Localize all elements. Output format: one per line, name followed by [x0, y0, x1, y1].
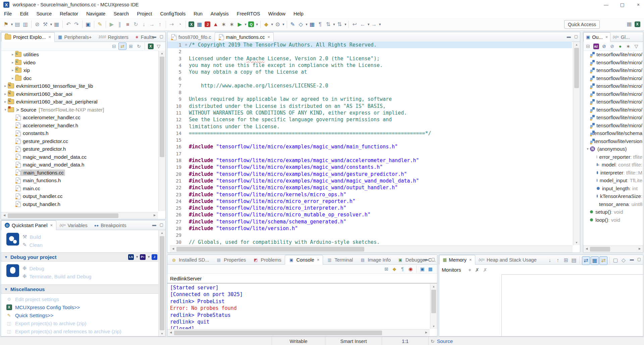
code-line[interactable]: 3Licensed under the Apache License, Vers…	[167, 55, 572, 62]
tab-outline[interactable]: ▣ Ou...×	[583, 32, 610, 42]
maximize-view-icon[interactable]: ▢	[160, 222, 163, 227]
tree-item[interactable]: cgesture_predictor.cc	[1, 137, 158, 145]
tab-quickstart[interactable]: ◎ Quickstart Panel×	[1, 220, 56, 230]
minimize-view-icon[interactable]: ▬	[152, 34, 156, 39]
close-tab-icon[interactable]: ×	[317, 257, 320, 262]
quickstart-link-quick-settings[interactable]: ✎Quick Settings>>	[1, 311, 165, 319]
chevron-right-icon[interactable]: ▸	[3, 92, 8, 96]
code-line[interactable]: 10distributed under the License is distr…	[167, 103, 572, 110]
scroll-lock-icon[interactable]: ◆	[391, 266, 398, 272]
minimize-view-icon[interactable]: ▬	[630, 257, 634, 262]
edit-pencil-icon[interactable]: ✎	[96, 20, 104, 28]
resume-icon[interactable]: ▶	[108, 20, 115, 28]
remove-all-monitors-icon[interactable]: ✗	[483, 267, 487, 273]
editor-vscrollbar[interactable]: ▲ ▼	[573, 42, 580, 245]
outline-item[interactable]: model_input : TfLite	[584, 177, 642, 185]
search-icon[interactable]: ⊙	[274, 20, 281, 28]
peripherals-grid-icon[interactable]: ▦	[196, 20, 203, 28]
code-line[interactable]: 12See the License for the specific langu…	[167, 116, 572, 123]
undo-icon[interactable]: ↶	[65, 20, 72, 28]
tree-item[interactable]: coutput_handler.cc	[1, 192, 158, 200]
minimize-view-icon[interactable]: ▬	[424, 257, 428, 262]
code-line[interactable]: 5You may obtain a copy of the License at	[167, 69, 572, 75]
profile-icon[interactable]: ◔	[176, 20, 183, 28]
chevron-right-icon[interactable]: ▸	[3, 99, 8, 104]
sort-updown-2-dropdown-icon[interactable]: ▼	[344, 23, 347, 26]
code-line[interactable]: 28#include "tensorflow/lite/version.h"	[167, 225, 572, 232]
tab-peripherals[interactable]: ▦ Peripherals+	[55, 32, 95, 42]
save-icon[interactable]: ▤	[14, 20, 21, 28]
code-line[interactable]: 15	[167, 137, 572, 143]
chevron-down-icon[interactable]: ▾	[3, 108, 8, 112]
refresh-source-icon[interactable]: ↻	[431, 339, 435, 344]
tree-item[interactable]: houtput_handler.h	[1, 200, 158, 208]
linkserver-dropdown-icon[interactable]: ▼	[136, 255, 139, 259]
gui-flash-icon[interactable]: ✎	[289, 20, 297, 28]
hide-fields-icon[interactable]: ⊘	[600, 43, 608, 50]
code-line[interactable]: 4you may not use this file except in com…	[167, 62, 572, 69]
menu-navigate[interactable]: Navigate	[82, 11, 109, 16]
project-tree-hscrollbar[interactable]: ◀ ▶	[1, 212, 158, 219]
open-type-icon[interactable]: ◇	[297, 20, 305, 28]
save-all-icon[interactable]: ▥	[22, 20, 29, 28]
tree-item[interactable]: hmagic_wand_model_data.h	[1, 161, 158, 169]
view-menu-icon[interactable]: ▽	[155, 43, 162, 50]
outline-item[interactable]: input_length : int	[584, 185, 642, 193]
tab-global-variables[interactable]: (x)= Gl...	[610, 32, 632, 42]
open-type-dropdown-icon[interactable]: ▼	[305, 23, 308, 26]
tab-properties[interactable]: ▤Properties	[212, 255, 249, 264]
close-tab-icon[interactable]: ×	[50, 223, 53, 228]
menu-refactor[interactable]: Refactor	[56, 11, 82, 16]
code-line[interactable]: 24#include "tensorflow/lite/micro/micro_…	[167, 198, 572, 205]
tree-item[interactable]: hconstants.h	[1, 129, 158, 137]
redo-icon[interactable]: ↷	[73, 20, 80, 28]
code-line[interactable]: 23#include "tensorflow/lite/micro/kernel…	[167, 191, 572, 198]
collapse-all-icon[interactable]: ⊟	[584, 43, 592, 50]
sort-az-icon[interactable]: az	[592, 43, 600, 50]
link-renderings-icon[interactable]: ⇄	[582, 256, 590, 265]
close-window-button[interactable]: ×	[635, 2, 642, 7]
outline-item[interactable]: interpreter : tflite::M	[584, 169, 642, 177]
code-line[interactable]: 14======================================…	[167, 130, 572, 137]
menu-help[interactable]: Help	[289, 11, 308, 16]
code-line[interactable]: 9Unless required by applicable law or ag…	[167, 96, 572, 102]
clear-expressions-icon[interactable]: ◇	[620, 256, 627, 264]
chevron-right-icon[interactable]: ▸	[3, 84, 8, 88]
debug-config-icon[interactable]: ∗	[220, 20, 227, 28]
chevron-right-icon[interactable]: ▸	[10, 60, 15, 65]
tree-item[interactable]: ▸xip	[1, 66, 158, 74]
outline-item[interactable]: tensorflow/lite/micro/	[584, 122, 642, 130]
quick-run-dropdown-icon[interactable]: ▼	[256, 23, 259, 26]
code-line[interactable]: 8	[167, 89, 572, 96]
remove-monitor-icon[interactable]: ✗	[475, 267, 479, 273]
section-collapse-icon[interactable]: ▼	[4, 255, 8, 259]
show-public-icon[interactable]: ●	[616, 43, 624, 50]
tab-project-explorer[interactable]: Project Explo...×	[1, 32, 55, 42]
menu-run[interactable]: Run	[190, 11, 207, 16]
view-menu-icon[interactable]: ▽	[633, 43, 640, 50]
run-icon[interactable]: ▶	[236, 20, 244, 28]
menu-window[interactable]: Window	[264, 11, 289, 16]
quickstart-vscrollbar[interactable]: ▲ ▼	[158, 230, 165, 336]
sort-updown-icon[interactable]: ⇅	[324, 20, 332, 28]
grid-view-icon[interactable]: ▦	[308, 20, 316, 28]
outline-item[interactable]: tensorflow/lite/micro/	[584, 66, 642, 74]
build-icon[interactable]: ⚒	[42, 20, 49, 28]
minimize-window-button[interactable]: —	[602, 2, 610, 7]
sort-updown-dropdown-icon[interactable]: ▼	[332, 23, 335, 26]
editor-hscrollbar[interactable]: ◀	[170, 246, 573, 253]
sdk-dropdown-icon[interactable]: ▼	[271, 23, 274, 26]
close-tab-icon[interactable]: ×	[268, 34, 270, 40]
code-line[interactable]: 16#include "tensorflow/lite/micro/exampl…	[167, 143, 572, 150]
mcux-perspective-icon[interactable]: X	[634, 20, 641, 28]
add-monitor-icon[interactable]: +	[469, 267, 471, 273]
tree-item[interactable]: hmain_functions.h	[1, 177, 158, 185]
code-line[interactable]: 30// Globals, used for compatibility wit…	[167, 239, 572, 245]
menu-edit[interactable]: Edit	[16, 11, 32, 16]
run-config-icon[interactable]: ∗	[228, 20, 235, 28]
tab-registers[interactable]: 1010 Registers	[95, 32, 132, 42]
code-editor[interactable]: 1⊖/* Copyright 2019 The TensorFlow Autho…	[167, 42, 572, 245]
menu-search[interactable]: Search	[109, 11, 133, 16]
chevron-down-icon[interactable]: ▾	[585, 147, 590, 151]
outline-item[interactable]: loop() : void	[584, 216, 642, 224]
